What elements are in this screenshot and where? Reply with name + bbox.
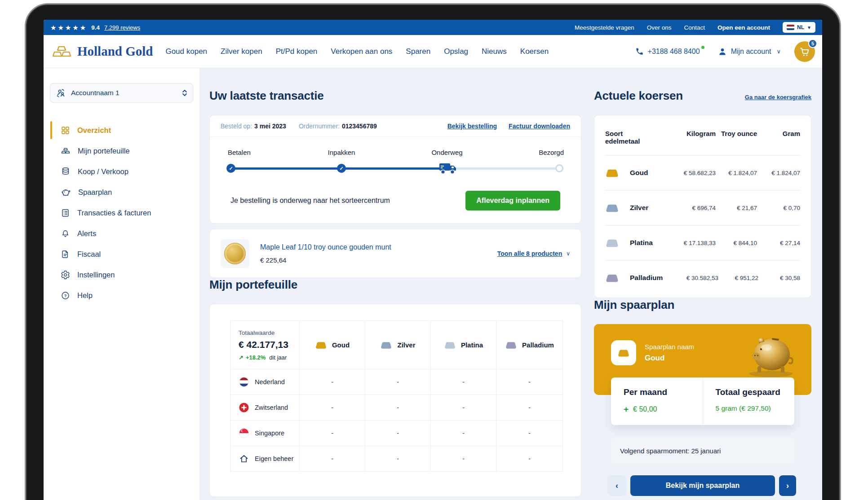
singapore-flag-icon [239,428,249,438]
rates-title: Actuele koersen [594,89,683,103]
topbar-link-open-account[interactable]: Open een account [717,24,770,31]
schedule-delivery-button[interactable]: Afleverdag inplannen [465,191,560,211]
order-number-value: 0123456789 [342,123,377,130]
cell-value: - [496,421,563,446]
show-all-label: Toon alle 8 producten [497,250,562,257]
transaction-card-header: Besteld op: 3 mei 2023 Ordernummer: 0123… [210,115,581,137]
sidebar-item-instellingen[interactable]: Instellingen [50,264,193,285]
my-account-menu[interactable]: Mijn account ∨ [718,47,781,56]
per-month-value: € 50,00 [633,405,657,413]
reviews-link[interactable]: 7.299 reviews [104,24,140,31]
rate-kg: € 58.682,23 [658,170,716,176]
online-status-dot [701,46,704,49]
next-savings-moment-text: Volgend spaarmoment: 25 januari [620,447,721,455]
sidebar-item-fiscaal[interactable]: Fiscaal [50,244,193,264]
rating-score: 9.4 [91,24,100,31]
gold-coin-image [224,243,246,264]
sidebar-item-transacties[interactable]: Transacties & facturen [50,202,193,223]
help-icon: ? [61,291,70,300]
star-rating-icons: ★★★★★ [50,24,87,31]
document-icon [61,250,70,259]
topbar-link-about[interactable]: Over ons [647,24,672,31]
rate-gram: € 27,14 [757,240,800,246]
nav-item-ptpd-kopen[interactable]: Pt/Pd kopen [276,47,318,56]
transaction-card: Besteld op: 3 mei 2023 Ordernummer: 0123… [209,115,581,224]
download-invoice-link[interactable]: Factuur downloaden [509,123,570,130]
sidebar-item-spaarplan[interactable]: Spaarplan [50,182,193,202]
step-check-betalen: ✓ [226,164,235,173]
cell-value: - [431,421,496,446]
user-icon [718,47,727,56]
portfolio-card: Totaalwaarde € 42.177,13 ↗ +18.2% dit ja… [209,304,581,497]
savings-stats-card: Per maand + € 50,00 Totaal gespaard 5 gr… [611,377,794,425]
phone-number: +3188 468 8400 [648,48,700,56]
header-gram: Gram [757,130,800,145]
gold-ingot-icon [617,349,630,357]
account-name: Accountnaam 1 [71,89,120,97]
next-plan-button[interactable]: › [779,475,796,496]
step-check-inpakken: ✓ [337,164,346,173]
nav-item-verkopen[interactable]: Verkopen aan ons [331,47,392,56]
total-value-label: Totaalwaarde [239,329,299,336]
home-icon [239,454,249,464]
header-kilogram: Kilogram [658,130,716,145]
nav-item-nieuws[interactable]: Nieuws [482,47,507,56]
total-saved-stat: Totaal gespaard 5 gram (€ 297,50) [703,377,795,425]
view-order-link[interactable]: Bekijk bestelling [447,123,497,130]
sidebar-item-label: Koop / Verkoop [78,167,128,176]
progress-track: ✓ ✓ [230,164,560,173]
chevron-right-icon: › [786,481,789,491]
sidebar-item-label: Mijn portefeuille [78,147,130,155]
topbar-link-contact[interactable]: Contact [684,24,705,31]
row-zwitserland: Zwitserland [231,403,299,412]
screen: ★★★★★ 9.4 7.299 reviews Meestgestelde vr… [44,20,822,500]
nav-item-sparen[interactable]: Sparen [406,47,430,56]
sidebar-item-label: Fiscaal [77,250,101,259]
chevron-left-icon: ‹ [616,481,618,491]
gold-ingot-icon [605,168,619,178]
brand-logo[interactable]: Holland Gold [52,44,153,59]
view-savings-plan-button[interactable]: Bekijk mijn spaarplan [630,475,775,496]
cell-value: - [300,395,365,421]
truck-icon [437,161,457,176]
netherlands-flag-icon [239,377,249,387]
top-bar: ★★★★★ 9.4 7.299 reviews Meestgestelde vr… [44,20,822,35]
nav-item-goud-kopen[interactable]: Goud kopen [165,47,207,56]
rate-gram: € 1.824,07 [757,170,800,176]
sidebar-item-alerts[interactable]: Alerts [50,223,193,244]
phone-link[interactable]: +3188 468 8400 [635,47,700,56]
step-circle-bezorgd [555,164,563,172]
cell-value: - [365,421,431,446]
table-row: Nederland - - - - [230,369,563,395]
row-eigen-beheer: Eigen beheer [231,454,299,464]
account-switcher[interactable]: Accountnaam 1 [50,83,193,103]
total-saved-label: Totaal gespaard [716,387,795,397]
sidebar-item-label: Spaarplan [78,188,112,197]
column-platina: Platina [431,341,496,349]
previous-plan-button[interactable]: ‹ [607,475,626,496]
rate-row-palladium: Palladium € 30.582,53 € 951,22 € 30,58 [605,260,800,295]
product-name: Maple Leaf 1/10 troy ounce gouden munt [260,243,391,251]
piggy-bank-image [744,331,797,378]
nav-item-koersen[interactable]: Koersen [520,47,549,56]
topbar-link-faq[interactable]: Meestgestelde vragen [575,24,634,31]
sidebar-item-help[interactable]: ? Help [50,285,193,306]
nav-item-opslag[interactable]: Opslag [444,47,468,56]
show-all-products-link[interactable]: Toon alle 8 producten ∨ [497,250,570,257]
cart-button[interactable]: 5 [794,41,815,62]
topbar-links: Meestgestelde vragen Over ons Contact Op… [575,22,815,33]
sidebar-item-portefeuille[interactable]: Mijn portefeuille [50,140,193,161]
step-label-inpakken: Inpakken [328,149,355,156]
rate-row-zilver: Zilver € 696,74 € 21,67 € 0,70 [605,190,800,225]
rate-kg: € 17.138,33 [658,240,716,246]
step-label-bezorgd: Bezorgd [539,149,564,156]
nav-right: +3188 468 8400 Mijn account ∨ [635,41,815,62]
main-navbar: Holland Gold Goud kopen Zilver kopen Pt/… [44,35,822,68]
rates-chart-link[interactable]: Ga naar de koersgrafiek [745,94,811,103]
sidebar-item-koop-verkoop[interactable]: Koop / Verkoop [50,161,193,182]
nav-item-zilver-kopen[interactable]: Zilver kopen [221,47,262,56]
language-selector[interactable]: NL ▼ [783,22,815,33]
ordered-on-label: Besteld op: [221,123,252,130]
sidebar-item-overzicht[interactable]: Overzicht [50,120,193,140]
cell-value: - [496,369,563,395]
